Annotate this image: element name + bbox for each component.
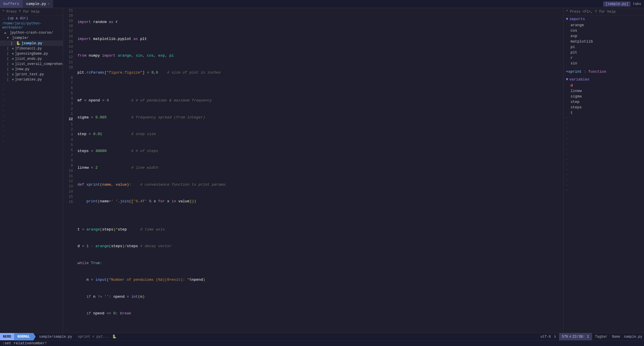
function-separator: : bbox=[584, 70, 588, 74]
code-line: import matplotlib.pyplot as plt bbox=[77, 36, 561, 42]
sidebar-item-sample-py[interactable]: [ 🐍 ]sample.py bbox=[0, 41, 63, 46]
sidebar-workspace-label: /home/jarol/python-workspace/ bbox=[2, 22, 61, 30]
sidebar-guessing-label: ]guessingGame.py bbox=[15, 52, 48, 56]
sidebar-item-new[interactable]: [ ⊕ ]new.py bbox=[0, 67, 63, 72]
tab-close-icon[interactable]: × bbox=[48, 2, 50, 6]
var-steps[interactable]: steps bbox=[564, 105, 644, 110]
sidebar-item-list-comprehensions[interactable]: [ ⊕ ]list_overall_comprehensions.py bbox=[0, 61, 63, 67]
status-encoding: utf-8 λ bbox=[538, 335, 559, 339]
variables-arrow-icon: ▼ bbox=[566, 77, 568, 82]
py-badge-list-ends: ⊕ bbox=[12, 57, 14, 61]
status-right: utf-8 λ 57% ≡ 22/38 : 1 Tagbar Name samp… bbox=[538, 333, 644, 341]
imports-label: imports bbox=[569, 17, 585, 21]
sidebar-item-list-ends[interactable]: [ ⊕ ]list_ends.py bbox=[0, 56, 63, 61]
sidebar-item-up[interactable]: .. (up a dir) bbox=[0, 16, 63, 21]
code-line: if n != '': npend = int(n) bbox=[77, 294, 561, 300]
import-arange[interactable]: arange bbox=[564, 22, 644, 28]
code-line: sigma = 0.005 # frequency spread (from i… bbox=[77, 115, 561, 120]
sidebar-item-crash-course[interactable]: ▶ ]python-crash-course/ bbox=[0, 30, 63, 35]
var-sigma[interactable]: sigma bbox=[564, 94, 644, 99]
status-file-path: sample/sample.py bbox=[36, 335, 75, 339]
sidebar-tilde-6: ~ bbox=[0, 108, 63, 113]
py-badge-guessing: ⊕ bbox=[12, 52, 14, 55]
sidebar-help: " Press ? for help bbox=[0, 8, 63, 16]
code-line: import random as r bbox=[77, 19, 561, 25]
file-icon-fibonacci: [ bbox=[7, 47, 11, 50]
sidebar-item-sample-folder[interactable]: ▼ ]sample/ bbox=[0, 35, 63, 41]
code-container[interactable]: 21 20 19 18 17 16 15 14 13 12 11 10 8 7 … bbox=[63, 8, 563, 328]
status-left: NERD NORMAL sample/sample.py xprint < py… bbox=[0, 333, 119, 341]
right-tilde-11: ~ bbox=[564, 167, 644, 172]
status-position: 57% ≡ 22/38 : 1 bbox=[559, 333, 592, 341]
sidebar-item-workspace[interactable]: /home/jarol/python-workspace/ bbox=[0, 21, 63, 30]
import-sin[interactable]: sin bbox=[564, 61, 644, 66]
code-line: from numpy import arange, sin, cos, exp,… bbox=[77, 53, 561, 59]
tab-buffers[interactable]: buffers bbox=[0, 0, 23, 8]
sidebar-item-guessing[interactable]: [ ⊕ ]guessingGame.py bbox=[0, 51, 63, 56]
right-tilde-3: ~ bbox=[564, 126, 644, 131]
sidebar-tilde-10: ~ bbox=[0, 129, 63, 134]
sidebar-fibonacci-label: ]fibonacci.py bbox=[15, 47, 42, 51]
status-file-label: sample/sample.py bbox=[39, 335, 72, 339]
right-tilde-7: ~ bbox=[564, 147, 644, 152]
file-icon-list-ends: [ bbox=[7, 57, 11, 61]
status-lambda-icon: λ bbox=[554, 335, 556, 339]
up-icon: .. bbox=[2, 17, 6, 20]
right-tilde-2: ~ bbox=[564, 121, 644, 126]
right-panel-help: " Press <F1>, ? for help bbox=[564, 8, 644, 16]
py-badge-comprehensions: ⊕ bbox=[12, 62, 14, 66]
sidebar-tilde-1: ~ bbox=[0, 82, 63, 87]
sidebar-tilde-5: ~ bbox=[0, 103, 63, 108]
import-cos[interactable]: cos bbox=[564, 28, 644, 33]
file-type-icon: 🐍 bbox=[16, 41, 20, 45]
status-func-icon: 🐍 bbox=[112, 335, 117, 339]
function-type-label: function bbox=[588, 70, 606, 74]
sidebar-item-variables[interactable]: [ ⊕ ]variables.py bbox=[0, 77, 63, 82]
import-plt[interactable]: plt bbox=[564, 50, 644, 55]
file-icon-guessing: [ bbox=[7, 52, 11, 55]
right-tilde-13: ~ bbox=[564, 178, 644, 183]
sidebar-up-label: (up a dir) bbox=[7, 16, 28, 20]
code-line: print(name+' '.join(['%.4f' % x for x in… bbox=[77, 199, 561, 204]
sidebar-tilde-4: ~ bbox=[0, 98, 63, 103]
status-bar: NERD NORMAL sample/sample.py xprint < py… bbox=[0, 333, 644, 340]
status-nerd-indicator: NERD bbox=[0, 333, 14, 341]
function-xprint[interactable]: +xprint : function bbox=[564, 68, 644, 75]
sidebar-tilde-12: ~ bbox=[0, 139, 63, 144]
sidebar-tilde-2: ~ bbox=[0, 87, 63, 93]
status-func-sep: < bbox=[92, 335, 96, 339]
code-line: t = arange(steps)*step # time axis bbox=[77, 227, 561, 232]
right-tilde-14: ~ bbox=[564, 183, 644, 188]
py-badge: ⊕ bbox=[12, 47, 14, 50]
code-line: while True: bbox=[77, 260, 561, 266]
sidebar-item-print-test[interactable]: [ ⊕ ]print_test.py bbox=[0, 72, 63, 77]
sidebar-item-fibonacci[interactable]: [ ⊕ ]fibonacci.py bbox=[0, 46, 63, 51]
import-matplotlib[interactable]: matplotlib bbox=[564, 39, 644, 44]
tab-sample-py[interactable]: sample.py × bbox=[23, 0, 53, 8]
var-linew[interactable]: linew bbox=[564, 88, 644, 94]
status-filename-label: sample.py bbox=[622, 335, 644, 339]
sidebar-print-test-label: ]print_test.py bbox=[15, 72, 44, 76]
sidebar-sample-folder-label: ]sample/ bbox=[12, 36, 29, 40]
imports-section-header[interactable]: ▼ imports bbox=[564, 16, 644, 22]
code-line: def xprint(name, value): # convenience f… bbox=[77, 182, 561, 188]
editor-area[interactable]: 21 20 19 18 17 16 15 14 13 12 11 10 8 7 … bbox=[63, 8, 564, 333]
var-d[interactable]: d bbox=[564, 83, 644, 88]
code-line: step = 0.01 # step size bbox=[77, 131, 561, 137]
sidebar-crash-course-label: ]python-crash-course/ bbox=[10, 31, 53, 35]
var-t[interactable]: t bbox=[564, 110, 644, 116]
right-tilde-5: ~ bbox=[564, 136, 644, 141]
status-tagbar-text: Tagbar bbox=[595, 335, 607, 339]
import-pi[interactable]: pi bbox=[564, 44, 644, 50]
tabs-label: tabs bbox=[633, 2, 641, 6]
sidebar: " Press ? for help .. (up a dir) /home/j… bbox=[0, 8, 63, 333]
import-exp[interactable]: exp bbox=[564, 33, 644, 39]
code-line: linew = 2 # line width bbox=[77, 165, 561, 171]
variables-section-header[interactable]: ▼ variables bbox=[564, 76, 644, 83]
right-tilde-1: ~ bbox=[564, 116, 644, 121]
import-r[interactable]: r bbox=[564, 55, 644, 61]
code-content[interactable]: import random as r import matplotlib.pyp… bbox=[75, 8, 563, 328]
status-name-text: Name bbox=[612, 335, 620, 339]
right-tilde-9: ~ bbox=[564, 157, 644, 162]
var-step[interactable]: step bbox=[564, 99, 644, 105]
